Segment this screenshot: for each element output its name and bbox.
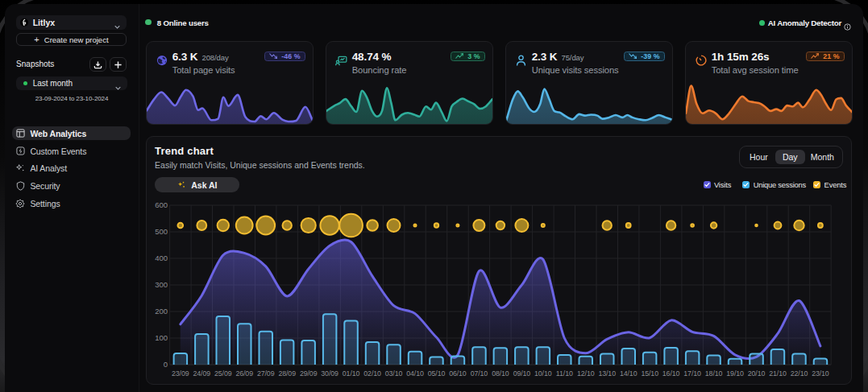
svg-text:16/10: 16/10 — [662, 369, 680, 378]
svg-text:17/10: 17/10 — [684, 369, 702, 378]
svg-text:15/10: 15/10 — [642, 369, 659, 378]
svg-text:29/09: 29/09 — [300, 369, 318, 378]
svg-text:01/10: 01/10 — [343, 369, 360, 378]
svg-text:23/09: 23/09 — [172, 369, 189, 378]
svg-text:30/09: 30/09 — [322, 369, 339, 378]
svg-text:05/10: 05/10 — [428, 369, 446, 378]
svg-text:19/10: 19/10 — [727, 369, 745, 378]
svg-text:28/09: 28/09 — [279, 369, 297, 378]
svg-text:25/09: 25/09 — [214, 369, 232, 378]
svg-text:26/09: 26/09 — [236, 369, 254, 378]
svg-text:200: 200 — [156, 307, 168, 316]
svg-text:12/10: 12/10 — [577, 369, 595, 378]
svg-text:600: 600 — [156, 200, 168, 209]
svg-text:500: 500 — [156, 227, 168, 236]
svg-text:20/10: 20/10 — [748, 369, 766, 378]
svg-text:02/10: 02/10 — [364, 369, 382, 378]
svg-text:24/09: 24/09 — [193, 369, 211, 378]
svg-text:27/09: 27/09 — [257, 369, 275, 378]
svg-text:23/10: 23/10 — [812, 369, 830, 378]
svg-text:100: 100 — [156, 333, 168, 342]
svg-text:300: 300 — [156, 280, 168, 289]
svg-text:10/10: 10/10 — [534, 369, 552, 378]
svg-text:21/10: 21/10 — [770, 369, 787, 378]
svg-text:14/10: 14/10 — [620, 369, 638, 378]
svg-text:18/10: 18/10 — [705, 369, 723, 378]
svg-text:0: 0 — [164, 360, 168, 369]
svg-text:04/10: 04/10 — [407, 369, 425, 378]
svg-text:400: 400 — [156, 254, 168, 262]
svg-text:07/10: 07/10 — [471, 369, 488, 378]
svg-text:08/10: 08/10 — [492, 369, 510, 378]
svg-text:11/10: 11/10 — [556, 369, 573, 378]
svg-text:09/10: 09/10 — [513, 369, 531, 378]
svg-text:22/10: 22/10 — [791, 369, 808, 378]
svg-text:13/10: 13/10 — [599, 369, 617, 378]
svg-text:06/10: 06/10 — [450, 369, 467, 378]
svg-text:03/10: 03/10 — [385, 369, 403, 378]
